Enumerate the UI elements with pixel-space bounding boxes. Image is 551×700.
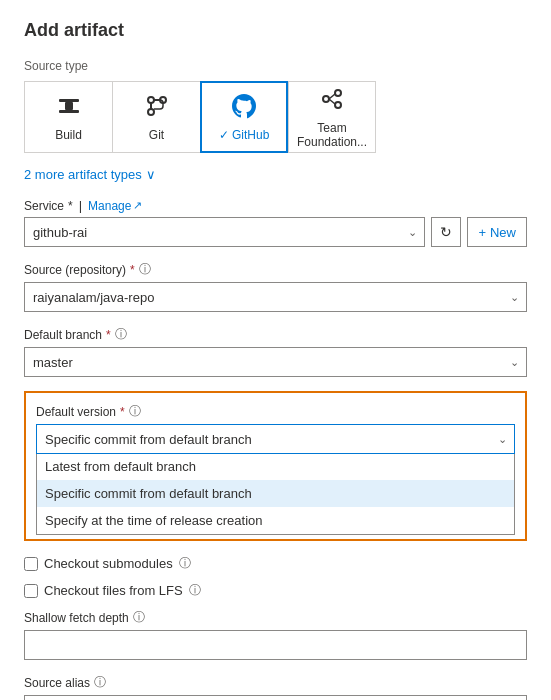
source-required: * [130, 263, 135, 277]
git-icon [143, 92, 171, 124]
source-alias-label: Source alias ⓘ [24, 674, 527, 691]
default-branch-select-wrapper: master ⌄ [24, 347, 527, 377]
svg-point-6 [323, 96, 329, 102]
source-alias-label-text: Source alias [24, 676, 90, 690]
default-version-dropdown[interactable]: Specific commit from default branch Late… [36, 424, 515, 454]
dropdown-item-specify[interactable]: Specify at the time of release creation [37, 507, 514, 534]
dropdown-item-specific-text: Specific commit from default branch [45, 486, 252, 501]
tfvc-icon [318, 85, 346, 117]
source-type-tfvc[interactable]: Team Foundation... [288, 81, 376, 153]
service-label-row: Service * | Manage ↗ [24, 198, 527, 213]
source-label: Source (repository) * ⓘ [24, 261, 527, 278]
manage-label: Manage [88, 199, 131, 213]
svg-rect-1 [59, 99, 79, 102]
source-type-section: Source type Build [24, 59, 527, 153]
shallow-fetch-label: Shallow fetch depth ⓘ [24, 609, 527, 626]
tfvc-label: Team Foundation... [289, 121, 375, 149]
checkout-lfs-label[interactable]: Checkout files from LFS [44, 583, 183, 598]
service-field-group: Service * | Manage ↗ github-rai ⌄ ↻ + Ne… [24, 198, 527, 247]
checkout-lfs-row: Checkout files from LFS ⓘ [24, 582, 527, 599]
refresh-button[interactable]: ↻ [431, 217, 461, 247]
default-branch-info-icon: ⓘ [115, 326, 127, 343]
source-field-group: Source (repository) * ⓘ raiyanalam/java-… [24, 261, 527, 312]
source-type-row: Build Git [24, 81, 527, 153]
service-required: * [68, 199, 73, 213]
source-type-build[interactable]: Build [24, 81, 112, 153]
manage-external-icon: ↗ [133, 199, 142, 212]
checkout-lfs-checkbox[interactable] [24, 584, 38, 598]
default-version-label: Default version * ⓘ [36, 403, 515, 420]
checkout-submodules-label[interactable]: Checkout submodules [44, 556, 173, 571]
source-label-text: Source (repository) [24, 263, 126, 277]
service-select-row: github-rai ⌄ ↻ + New [24, 217, 527, 247]
more-artifact-types-chevron: ∨ [146, 167, 156, 182]
git-label: Git [149, 128, 164, 142]
service-select-wrapper: github-rai ⌄ [24, 217, 425, 247]
shallow-fetch-field-group: Shallow fetch depth ⓘ [24, 609, 527, 660]
github-label: ✓ GitHub [219, 128, 270, 142]
default-version-dropdown-list: Latest from default branch Specific comm… [36, 453, 515, 535]
new-label: New [490, 225, 516, 240]
more-artifact-types-text: 2 more artifact types [24, 167, 142, 182]
source-type-github[interactable]: ✓ GitHub [200, 81, 288, 153]
page-title: Add artifact [24, 20, 527, 41]
manage-link[interactable]: Manage ↗ [88, 199, 142, 213]
build-icon [55, 92, 83, 124]
source-alias-field-group: Source alias ⓘ [24, 674, 527, 700]
default-version-select-wrapper: Specific commit from default branch Late… [36, 424, 515, 454]
svg-point-3 [148, 97, 154, 103]
dropdown-item-latest[interactable]: Latest from default branch [37, 453, 514, 480]
dropdown-item-specific[interactable]: Specific commit from default branch [37, 480, 514, 507]
dropdown-item-latest-text: Latest from default branch [45, 459, 196, 474]
default-branch-required: * [106, 328, 111, 342]
source-alias-input[interactable] [24, 695, 527, 700]
svg-rect-0 [59, 110, 79, 113]
more-artifact-types-link[interactable]: 2 more artifact types ∨ [24, 167, 156, 182]
default-branch-dropdown[interactable]: master [24, 347, 527, 377]
checkout-lfs-info-icon: ⓘ [189, 582, 201, 599]
service-label-text: Service [24, 199, 64, 213]
source-type-git[interactable]: Git [112, 81, 200, 153]
shallow-fetch-label-text: Shallow fetch depth [24, 611, 129, 625]
svg-point-8 [335, 102, 341, 108]
svg-point-5 [148, 109, 154, 115]
default-branch-field-group: Default branch * ⓘ master ⌄ [24, 326, 527, 377]
shallow-fetch-input[interactable] [24, 630, 527, 660]
dropdown-item-specify-text: Specify at the time of release creation [45, 513, 263, 528]
new-plus-icon: + [478, 225, 486, 240]
checkout-submodules-info-icon: ⓘ [179, 555, 191, 572]
default-version-label-text: Default version [36, 405, 116, 419]
source-select-wrapper: raiyanalam/java-repo ⌄ [24, 282, 527, 312]
refresh-icon: ↻ [440, 224, 452, 240]
source-alias-info-icon: ⓘ [94, 674, 106, 691]
checkout-submodules-checkbox[interactable] [24, 557, 38, 571]
default-branch-label: Default branch * ⓘ [24, 326, 527, 343]
default-version-required: * [120, 405, 125, 419]
service-separator: | [79, 198, 82, 213]
source-type-label: Source type [24, 59, 527, 73]
github-icon [230, 92, 258, 124]
build-label: Build [55, 128, 82, 142]
shallow-fetch-info-icon: ⓘ [133, 609, 145, 626]
source-dropdown[interactable]: raiyanalam/java-repo [24, 282, 527, 312]
default-version-section: Default version * ⓘ Specific commit from… [24, 391, 527, 541]
new-button[interactable]: + New [467, 217, 527, 247]
svg-rect-2 [65, 102, 73, 110]
source-info-icon: ⓘ [139, 261, 151, 278]
svg-point-7 [335, 90, 341, 96]
default-branch-label-text: Default branch [24, 328, 102, 342]
service-dropdown[interactable]: github-rai [24, 217, 425, 247]
checkout-submodules-row: Checkout submodules ⓘ [24, 555, 527, 572]
add-artifact-panel: Add artifact Source type Build [0, 0, 551, 700]
default-version-info-icon: ⓘ [129, 403, 141, 420]
service-label: Service * [24, 199, 73, 213]
